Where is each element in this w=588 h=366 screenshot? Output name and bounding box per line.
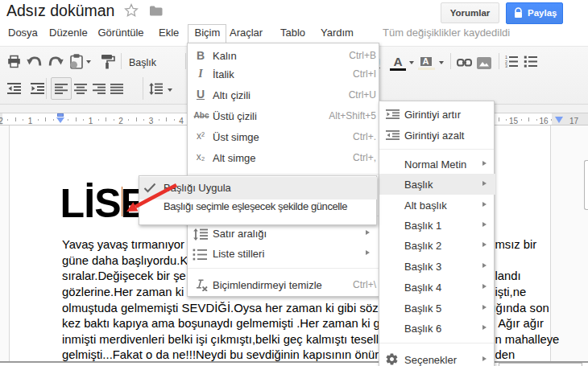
svg-text:3: 3	[505, 64, 507, 68]
